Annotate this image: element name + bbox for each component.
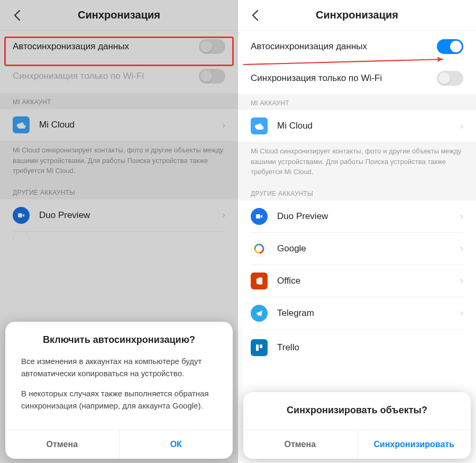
cloud-icon xyxy=(251,117,268,134)
autosync-label: Автосинхронизация данных xyxy=(251,41,437,52)
chevron-right-icon: › xyxy=(222,210,225,221)
chevron-left-icon xyxy=(13,10,21,21)
google-icon xyxy=(13,232,30,240)
google-row-peek xyxy=(0,232,238,240)
duo-label: Duo Preview xyxy=(277,211,460,222)
wifi-only-label: Синхронизация только по Wi-Fi xyxy=(13,71,199,81)
trello-icon xyxy=(251,339,268,356)
page-title: Синхронизация xyxy=(238,9,476,21)
duo-icon xyxy=(13,207,30,224)
svg-rect-7 xyxy=(256,344,259,351)
chevron-right-icon: › xyxy=(460,307,463,319)
autosync-label: Автосинхронизация данных xyxy=(13,41,199,52)
trello-label: Trello xyxy=(277,342,463,353)
telegram-label: Telegram xyxy=(277,308,460,319)
header: Синхронизация xyxy=(0,0,238,31)
wifi-only-row[interactable]: Синхронизация только по Wi-Fi xyxy=(238,62,476,94)
mi-cloud-row[interactable]: Mi Cloud › xyxy=(0,109,238,141)
section-mi-account: MI АККАУНТ xyxy=(0,93,238,109)
google-row[interactable]: Google › xyxy=(238,233,476,265)
cloud-icon xyxy=(13,116,30,133)
telegram-row[interactable]: Telegram › xyxy=(238,297,476,329)
header: Синхронизация xyxy=(238,0,476,31)
chevron-right-icon: › xyxy=(460,243,463,254)
duo-row[interactable]: Duo Preview › xyxy=(238,201,476,232)
cancel-button[interactable]: Отмена xyxy=(5,430,120,459)
screen-left: Синхронизация Автосинхронизация данных С… xyxy=(0,0,238,463)
autosync-toggle[interactable] xyxy=(199,39,225,54)
section-other-accounts: ДРУГИЕ АККАУНТЫ xyxy=(0,184,238,199)
dialog-body: Все изменения в аккаунтах на компьютере … xyxy=(5,355,233,430)
back-button[interactable] xyxy=(249,9,261,22)
ok-button[interactable]: ОК xyxy=(120,430,233,459)
section-other-accounts: ДРУГИЕ АККАУНТЫ xyxy=(238,185,476,201)
chevron-right-icon: › xyxy=(222,120,225,131)
autosync-dialog: Включить автосинхронизацию? Все изменени… xyxy=(5,322,233,459)
google-label: Google xyxy=(277,243,460,254)
trello-row[interactable]: Trello xyxy=(238,330,476,360)
dialog-p2: В некоторых случаях также выполняется об… xyxy=(21,387,217,412)
svg-rect-0 xyxy=(18,213,22,217)
wifi-only-label: Синхронизация только по Wi-Fi xyxy=(251,73,437,84)
chevron-left-icon xyxy=(251,10,259,21)
mi-cloud-description: Mi Cloud синхронизирует контакты, фото и… xyxy=(0,141,238,184)
back-button[interactable] xyxy=(11,9,23,22)
duo-label: Duo Preview xyxy=(39,210,222,221)
telegram-icon xyxy=(251,305,268,322)
svg-rect-8 xyxy=(260,344,262,348)
dialog-title: Синхронизировать объекты? xyxy=(243,405,471,430)
office-label: Office xyxy=(277,276,460,286)
autosync-row[interactable]: Автосинхронизация данных xyxy=(0,31,238,62)
autosync-toggle[interactable] xyxy=(437,39,463,54)
duo-icon xyxy=(251,208,268,225)
wifi-only-row: Синхронизация только по Wi-Fi xyxy=(0,62,238,93)
dialog-buttons: Отмена Синхронизировать xyxy=(243,430,471,459)
office-row[interactable]: Office › xyxy=(238,265,476,297)
dialog-title: Включить автосинхронизацию? xyxy=(5,334,233,355)
autosync-row[interactable]: Автосинхронизация данных xyxy=(238,31,476,62)
chevron-right-icon: › xyxy=(460,121,463,132)
google-icon xyxy=(251,240,268,257)
chevron-right-icon: › xyxy=(460,211,463,222)
sync-dialog: Синхронизировать объекты? Отмена Синхрон… xyxy=(243,392,471,459)
dialog-p1: Все изменения в аккаунтах на компьютере … xyxy=(21,355,217,380)
sync-button[interactable]: Синхронизировать xyxy=(358,430,471,459)
office-icon xyxy=(251,273,268,289)
mi-cloud-label: Mi Cloud xyxy=(277,121,460,131)
svg-rect-2 xyxy=(256,214,260,219)
wifi-only-toggle xyxy=(199,69,225,84)
wifi-only-toggle[interactable] xyxy=(437,71,463,86)
cancel-button[interactable]: Отмена xyxy=(243,430,358,459)
screen-right: Синхронизация Автосинхронизация данных С… xyxy=(238,0,476,463)
chevron-right-icon: › xyxy=(460,275,463,286)
duo-row[interactable]: Duo Preview › xyxy=(0,199,238,231)
mi-cloud-label: Mi Cloud xyxy=(39,120,222,130)
dialog-buttons: Отмена ОК xyxy=(5,430,233,459)
mi-cloud-row[interactable]: Mi Cloud › xyxy=(238,110,476,142)
mi-cloud-description: Mi Cloud синхронизирует контакты, фото и… xyxy=(238,142,476,185)
section-mi-account: MI АККАУНТ xyxy=(238,94,476,110)
page-title: Синхронизация xyxy=(0,9,238,21)
